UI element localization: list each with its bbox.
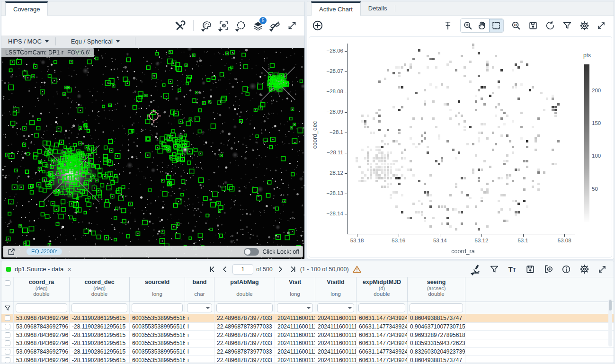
column-header-Visit[interactable]: Visit long (275, 277, 315, 302)
page-number-input[interactable] (232, 264, 253, 275)
hips-moc-menu[interactable]: HiPS / MOC (1, 36, 55, 47)
cell-expMidptMJD[interactable]: 60631.14773439246 (357, 314, 408, 322)
layers-icon[interactable]: 5 (251, 19, 265, 32)
cell-psfAbMag[interactable]: 22.489687873977033 (214, 356, 275, 363)
table-tab-title[interactable]: dp1.Source - data (15, 266, 63, 273)
click-lock-toggle[interactable] (244, 248, 259, 256)
expand-icon[interactable] (285, 19, 299, 32)
tab-details[interactable]: Details (361, 1, 395, 15)
cell-psfAbMag[interactable]: 22.489687873977033 (214, 314, 275, 322)
cell-Visit[interactable]: 2024111600111 (275, 348, 315, 356)
cell-seeing[interactable]: 0.8326030204923739 (408, 348, 465, 356)
column-header-VisitId[interactable]: VisitId long (315, 277, 357, 302)
column-header-coord_dec[interactable]: coord_dec(deg)double (70, 277, 130, 302)
table-row[interactable]: 53.09687843692796-28.1190286129561560035… (1, 331, 614, 339)
cell-VisitId[interactable]: 2024111600111 (315, 323, 357, 331)
add-column-icon[interactable] (542, 263, 555, 276)
coordinate-system-menu[interactable]: Equ / Spherical (64, 36, 126, 47)
table-row[interactable]: 53.09687843692796-28.1190286129561560035… (1, 314, 614, 323)
cell-Visit[interactable]: 2024111600111 (275, 356, 315, 363)
recenter-icon[interactable] (217, 19, 231, 32)
cell-psfAbMag[interactable]: 22.489687873977033 (214, 348, 275, 356)
cell-coord_ra[interactable]: 53.09687843692796 (14, 314, 70, 322)
cell-band[interactable]: i (185, 348, 214, 356)
cell-Visit[interactable]: 2024111600111 (275, 323, 315, 331)
cell-VisitId[interactable]: 2024111600111 (315, 331, 357, 339)
cell-sourceId[interactable]: 600355353899565160 (130, 348, 185, 356)
cell-band[interactable]: i (185, 314, 214, 322)
column-header-sourceId[interactable]: sourceId long (130, 277, 185, 302)
warning-icon[interactable] (352, 264, 362, 275)
table-row[interactable]: 53.09687843692796-28.1190286129561560035… (1, 348, 614, 356)
cell-sourceId[interactable]: 600355353899565160 (130, 339, 185, 347)
pin-icon[interactable] (441, 19, 455, 32)
chevron-down-icon[interactable] (307, 307, 311, 309)
cell-sourceId[interactable]: 600355353899565160 (130, 331, 185, 339)
cell-sourceId[interactable]: 600355353899565160 (130, 356, 185, 363)
prev-page-icon[interactable] (220, 265, 230, 274)
select-all-checkbox[interactable] (5, 280, 10, 286)
cell-coord_dec[interactable]: -28.11902861295615 (70, 339, 130, 347)
table-row[interactable]: 53.09687843692796-28.1190286129561560035… (1, 339, 614, 348)
microscope-icon[interactable] (470, 263, 483, 276)
row-checkbox[interactable] (5, 332, 10, 338)
popout-icon[interactable] (7, 247, 16, 257)
column-header-expMidptMJD[interactable]: expMidptMJD(d)double (357, 277, 408, 302)
info-icon[interactable] (560, 263, 573, 276)
sky-image-view[interactable]: LSSTComCam: DP1 r FOV:6.6' EQ-J2000: Cli… (1, 48, 304, 259)
row-checkbox[interactable] (5, 340, 10, 346)
heatmap-canvas[interactable] (344, 44, 575, 238)
cell-coord_ra[interactable]: 53.09687843692796 (14, 331, 70, 339)
pan-icon[interactable] (475, 19, 489, 32)
zoom-icon[interactable] (461, 19, 475, 32)
cell-coord_dec[interactable]: -28.11902861295615 (70, 323, 130, 331)
expand-icon[interactable] (595, 19, 608, 32)
save-icon[interactable] (524, 263, 537, 276)
row-checkbox[interactable] (5, 349, 10, 355)
tab-coverage[interactable]: Coverage (5, 1, 48, 16)
cell-seeing[interactable]: 0.9693289727895618 (408, 331, 465, 339)
cell-coord_dec[interactable]: -28.11902861295615 (70, 331, 130, 339)
cell-band[interactable]: i (185, 323, 214, 331)
text-view-icon[interactable]: T T (506, 263, 519, 276)
save-icon[interactable] (526, 19, 540, 32)
cell-expMidptMJD[interactable]: 60631.14773439246 (357, 348, 408, 356)
row-checkbox[interactable] (5, 324, 10, 329)
filter-input-coord_ra[interactable] (16, 303, 67, 312)
cell-coord_dec[interactable]: -28.11902861295615 (70, 314, 130, 322)
settings-icon[interactable] (578, 19, 591, 32)
cell-psfAbMag[interactable]: 22.489687873977033 (214, 331, 275, 339)
cell-Visit[interactable]: 2024111600111 (275, 314, 315, 322)
cell-band[interactable]: i (185, 331, 214, 339)
column-header-band[interactable]: band char (185, 277, 214, 302)
zoom-original-icon[interactable]: 1x (509, 19, 523, 32)
chevron-down-icon[interactable] (206, 307, 210, 309)
cell-coord_dec[interactable]: -28.11902861295615 (70, 348, 130, 356)
column-header-psfAbMag[interactable]: psfAbMag double (214, 277, 275, 302)
palette-icon[interactable] (200, 19, 214, 32)
cell-sourceId[interactable]: 600355353899565160 (130, 314, 185, 322)
cell-psfAbMag[interactable]: 22.489687873977033 (214, 323, 275, 331)
cell-expMidptMJD[interactable]: 60631.14773439246 (357, 331, 408, 339)
cell-band[interactable]: i (185, 356, 214, 363)
filter-input-expMidptMJD[interactable] (358, 303, 405, 312)
scrollbar-thumb[interactable] (609, 300, 612, 311)
column-header-coord_ra[interactable]: coord_ra(deg)double (14, 277, 70, 302)
cell-seeing[interactable]: 0.860493881573747 (408, 314, 465, 322)
table-row[interactable]: 53.09687843692796-28.1190286129561560035… (1, 356, 614, 363)
cell-VisitId[interactable]: 2024111600111 (315, 314, 357, 322)
chevron-down-icon[interactable] (348, 307, 352, 309)
first-page-icon[interactable] (208, 265, 217, 274)
filter-input-sourceId[interactable] (132, 303, 183, 312)
close-icon[interactable]: × (67, 266, 71, 273)
filter-icon[interactable] (561, 19, 574, 32)
cell-seeing[interactable]: 0.9046371007730715 (408, 323, 465, 331)
settings-icon[interactable] (578, 263, 591, 276)
box-select-icon[interactable] (489, 19, 503, 32)
cell-band[interactable]: i (185, 339, 214, 347)
cell-seeing[interactable]: 0.860493881573747 (408, 356, 465, 363)
cell-VisitId[interactable]: 2024111600111 (315, 348, 357, 356)
filter-input-coord_dec[interactable] (71, 303, 127, 312)
expand-icon[interactable] (596, 263, 609, 276)
next-page-icon[interactable] (276, 265, 285, 274)
